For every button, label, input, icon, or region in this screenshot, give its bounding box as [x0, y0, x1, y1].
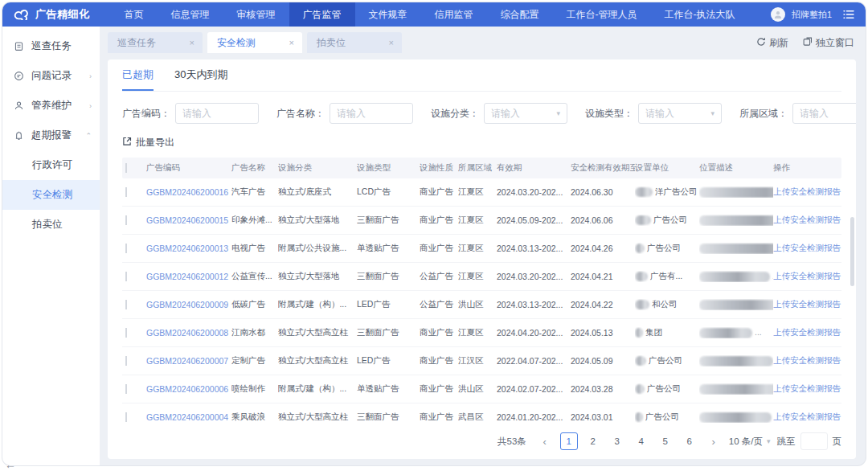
tab-巡查任务[interactable]: 巡查任务× — [108, 32, 203, 53]
back-arrow-icon[interactable]: ← — [5, 458, 16, 471]
page-button-5[interactable]: 5 — [657, 432, 674, 450]
filter-field: 设施类型：请输入▾ — [585, 103, 722, 124]
ad-name-cell: 低碳广告 — [231, 299, 278, 310]
subtab-30天内到期[interactable]: 30天内到期 — [174, 59, 227, 91]
filter-input[interactable]: 请输入 — [175, 103, 259, 124]
ad-code-link[interactable]: GGBM202406200016 — [146, 187, 231, 197]
nav-item[interactable]: 综合配置 — [487, 2, 553, 27]
upload-report-link[interactable]: 上传安全检测报告 — [773, 243, 841, 254]
tab-拍卖位[interactable]: 拍卖位× — [307, 32, 402, 53]
filter-field: 广告编码：请输入 — [122, 103, 259, 124]
ad-code-link[interactable]: GGBM202406200015 — [146, 215, 231, 225]
select-all-checkbox[interactable] — [125, 163, 127, 173]
upload-report-link[interactable]: 上传安全检测报告 — [773, 271, 841, 282]
row-checkbox[interactable] — [125, 384, 127, 394]
district-cell: 武昌区 — [458, 412, 497, 423]
inspection-expiry-cell: 2024.06.30 — [571, 187, 635, 197]
ad-code-link[interactable]: GGBM202406200006 — [146, 384, 231, 394]
row-checkbox[interactable] — [125, 328, 127, 338]
page-button-3[interactable]: 3 — [608, 432, 626, 450]
ad-code-link[interactable]: GGBM202406200009 — [146, 300, 231, 309]
row-checkbox[interactable] — [125, 356, 127, 366]
setup-unit-cell: 广告公司 — [635, 243, 699, 254]
row-checkbox[interactable] — [125, 215, 127, 225]
facility-category-cell: 独立式/大型落地 — [278, 271, 357, 282]
upload-report-link[interactable]: 上传安全检测报告 — [773, 299, 841, 310]
nav-item[interactable]: 工作台-管理人员 — [553, 2, 651, 27]
checkbox-cell — [122, 300, 146, 309]
close-icon[interactable]: × — [190, 38, 194, 47]
row-checkbox[interactable] — [125, 412, 127, 422]
sidebar-subitem-安全检测[interactable]: 安全检测 — [2, 180, 100, 210]
validity-cell: 2024.03.20-202... — [497, 187, 571, 197]
nav-item[interactable]: 文件规章 — [355, 2, 421, 27]
close-icon[interactable]: × — [389, 38, 394, 47]
row-checkbox[interactable] — [125, 300, 127, 309]
sidebar-item-label: 管养维护 — [31, 99, 72, 113]
upload-report-link[interactable]: 上传安全检测报告 — [773, 355, 841, 367]
ad-code-link[interactable]: GGBM202406200012 — [146, 272, 231, 281]
ad-code-link[interactable]: GGBM202406200008 — [146, 328, 231, 338]
setup-unit-cell: 广告公司 — [635, 355, 699, 367]
next-page-button[interactable]: › — [705, 432, 723, 450]
filter-select[interactable]: 请输入▾ — [638, 103, 722, 124]
nav-item[interactable]: 首页 — [111, 2, 158, 27]
nav-item[interactable]: 工作台-执法大队 — [651, 2, 749, 27]
page-size-select[interactable]: 10 条/页▾ — [729, 436, 771, 448]
unit-text: 广告公司 — [649, 355, 682, 365]
redacted-blob — [635, 384, 645, 394]
upload-report-link[interactable]: 上传安全检测报告 — [773, 412, 841, 423]
page-button-4[interactable]: 4 — [633, 432, 650, 450]
pagination: 共53条‹123456›10 条/页▾跳至页 — [122, 424, 841, 459]
ad-code-link[interactable]: GGBM202406200004 — [146, 412, 231, 422]
upload-report-link[interactable]: 上传安全检测报告 — [773, 215, 841, 226]
sidebar-item-巡查任务[interactable]: 巡查任务 — [2, 31, 100, 61]
table-row: GGBM202406200015印象外滩...独立式/大型落地三翻面广告商业广告… — [122, 207, 841, 235]
checkbox-cell — [122, 384, 146, 394]
redacted-blob — [699, 384, 773, 395]
refresh-button[interactable]: 刷新 — [756, 36, 788, 50]
nav-item[interactable]: 审核管理 — [223, 2, 289, 27]
facility-nature-cell: 商业广告 — [420, 215, 458, 226]
sidebar-item-超期报警[interactable]: 超期报警⌃ — [2, 121, 100, 150]
sidebar-subitem-行政许可[interactable]: 行政许可 — [2, 150, 100, 180]
ad-code-link[interactable]: GGBM202406200013 — [146, 244, 231, 253]
sidebar-item-label: 问题记录 — [31, 69, 72, 83]
column-header: 所属区域 — [458, 162, 497, 174]
sidebar-item-问题记录[interactable]: 问题记录› — [2, 61, 100, 91]
row-checkbox[interactable] — [125, 272, 127, 281]
username[interactable]: 招牌整拍1 — [792, 9, 832, 21]
app-logo: 广告精细化 — [2, 7, 111, 22]
upload-report-link[interactable]: 上传安全检测报告 — [773, 327, 841, 338]
page-button-6[interactable]: 6 — [681, 432, 698, 450]
list-menu-icon[interactable] — [843, 10, 854, 19]
prev-page-button[interactable]: ‹ — [536, 432, 554, 450]
page-button-2[interactable]: 2 — [584, 432, 602, 450]
upload-report-link[interactable]: 上传安全检测报告 — [773, 383, 841, 395]
sidebar-item-管养维护[interactable]: 管养维护› — [2, 91, 100, 121]
popout-button[interactable]: 独立窗口 — [803, 36, 854, 50]
nav-item[interactable]: 信用监管 — [421, 2, 487, 27]
batch-export-button[interactable]: 批量导出 — [122, 136, 174, 149]
row-checkbox[interactable] — [125, 187, 127, 197]
close-icon[interactable]: × — [289, 38, 294, 47]
nav-item[interactable]: 广告监管 — [289, 2, 355, 27]
filter-select[interactable]: 请输入▾ — [484, 103, 567, 124]
avatar[interactable] — [771, 7, 785, 22]
sidebar-subitem-拍卖位[interactable]: 拍卖位 — [2, 210, 100, 240]
tab-安全检测[interactable]: 安全检测× — [207, 32, 302, 53]
district-cell: 江夏区 — [458, 271, 497, 282]
location-cell: ... — [699, 327, 773, 338]
scrollbar-thumb[interactable] — [850, 217, 854, 286]
checkbox-cell — [122, 244, 146, 253]
jump-input[interactable] — [800, 432, 828, 450]
page-button-1[interactable]: 1 — [560, 432, 578, 450]
upload-report-link[interactable]: 上传安全检测报告 — [773, 186, 841, 198]
subtab-已超期[interactable]: 已超期 — [122, 59, 154, 91]
nav-item[interactable]: 信息管理 — [158, 2, 223, 27]
filter-select[interactable]: 请输入▾ — [792, 103, 856, 124]
row-checkbox[interactable] — [125, 244, 127, 253]
ad-code-link[interactable]: GGBM202406200007 — [146, 356, 231, 366]
setup-unit-cell: 广告公司 — [635, 383, 699, 395]
filter-input[interactable]: 请输入 — [330, 103, 413, 124]
